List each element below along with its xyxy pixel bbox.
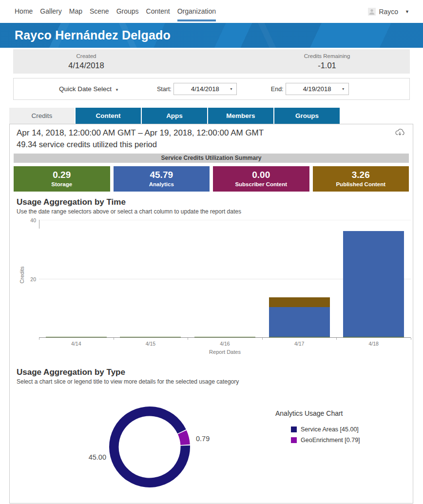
x-tick	[188, 338, 188, 340]
tab-members[interactable]: Members	[208, 108, 273, 124]
summary-box-subscriber-content[interactable]: 0.00 Subscriber Content	[213, 166, 309, 192]
storage-label: Storage	[14, 181, 110, 187]
user-name: Rayco	[379, 8, 398, 16]
nav-links: Home Gallery Map Scene Groups Content Or…	[15, 0, 216, 23]
x-label-4-15: 4/15	[114, 341, 188, 347]
nav-item-content[interactable]: Content	[146, 0, 170, 23]
type-section-subtitle: Select a chart slice or legend title to …	[17, 378, 413, 385]
donut-slice-geoenrichment[interactable]	[178, 430, 190, 445]
usage-by-type-chart: 45.00 0.79 Analytics Usage Chart Service…	[10, 386, 413, 504]
nav-item-groups[interactable]: Groups	[116, 0, 139, 23]
end-date-label: End:	[271, 86, 284, 93]
bar-chart-plot: 40 20 Credits	[39, 220, 411, 338]
legend-title: Analytics Usage Chart	[275, 409, 360, 417]
bar-column-4/15[interactable]	[114, 220, 188, 337]
credit-summary-boxes: 0.29 Storage 45.79 Analytics 0.00 Subscr…	[14, 166, 409, 192]
org-banner: Rayco Hernández Delgado	[0, 23, 423, 48]
summary-box-analytics[interactable]: 45.79 Analytics	[114, 166, 210, 192]
legend-item-geoenrichment[interactable]: GeoEnrichment [0.79]	[291, 437, 360, 444]
legend-item-service-areas[interactable]: Service Areas [45.00]	[291, 426, 360, 433]
report-tabs: Credits Content Apps Members Groups	[9, 108, 413, 124]
chevron-down-icon: ▼	[230, 87, 233, 91]
summary-box-published-content[interactable]: 3.26 Published Content	[313, 166, 409, 192]
start-date-select[interactable]: 4/14/2018 ▼	[173, 83, 237, 95]
top-nav: Home Gallery Map Scene Groups Content Or…	[0, 0, 423, 23]
y-tick-label-20: 20	[24, 276, 36, 282]
nav-item-gallery[interactable]: Gallery	[40, 0, 61, 23]
analytics-label: Analytics	[114, 181, 210, 187]
time-section-subtitle: Use the date range selectors above or se…	[17, 208, 413, 215]
storage-value: 0.29	[14, 170, 110, 180]
bar-segment-storage[interactable]	[269, 337, 330, 337]
x-axis-labels: 4/14 4/15 4/16 4/17 4/18	[39, 341, 411, 348]
report-date-range: Apr 14, 2018, 12:00:00 AM GMT – Apr 19, …	[17, 127, 406, 138]
chevron-down-icon: ▼	[115, 88, 119, 92]
x-tick	[114, 338, 114, 340]
donut-slice-service-areas[interactable]	[109, 407, 190, 487]
bar-segment-storage[interactable]	[46, 337, 107, 337]
bar-column-4/14[interactable]	[39, 220, 114, 337]
x-label-4-18: 4/18	[336, 341, 411, 347]
report-header: Apr 14, 2018, 12:00:00 AM GMT – Apr 19, …	[10, 124, 413, 150]
chevron-down-icon: ▼	[342, 87, 345, 91]
chevron-down-icon: ▼	[405, 9, 409, 14]
subscriber-content-value: 0.00	[213, 170, 309, 180]
org-title: Rayco Hernández Delgado	[15, 28, 423, 42]
cloud-download-icon[interactable]	[395, 128, 405, 139]
credits-remaining-info: Credits Remaining -1.01	[259, 53, 395, 70]
x-tick	[336, 338, 337, 340]
published-content-label: Published Content	[313, 181, 409, 187]
tab-credits[interactable]: Credits	[9, 108, 75, 124]
tab-groups[interactable]: Groups	[274, 108, 340, 124]
donut-chart	[109, 407, 190, 487]
created-value: 4/14/2018	[13, 61, 159, 70]
donut-legend: Analytics Usage Chart Service Areas [45.…	[275, 409, 360, 447]
bar-segment-analytics[interactable]	[269, 307, 330, 337]
x-label-4-17: 4/17	[262, 341, 337, 347]
nav-item-scene[interactable]: Scene	[90, 0, 109, 23]
x-axis-ticks	[39, 338, 411, 340]
report-usage-summary: 49.34 service credits utilized this peri…	[17, 138, 406, 150]
bar-segment-published-content[interactable]	[269, 297, 330, 307]
start-date-label: Start:	[157, 86, 172, 93]
legend-text: Service Areas [45.00]	[301, 426, 359, 433]
tab-apps[interactable]: Apps	[142, 108, 207, 124]
user-avatar-icon	[368, 8, 376, 16]
date-select-bar: Quick Date Select▼ Start: 4/14/2018 ▼ En…	[13, 78, 410, 100]
bar-column-4/17[interactable]	[262, 220, 337, 337]
nav-item-map[interactable]: Map	[69, 0, 82, 23]
bar-columns	[39, 220, 411, 337]
y-axis-title: Credits	[19, 266, 25, 283]
x-tick	[39, 338, 39, 340]
user-menu[interactable]: Rayco ▼	[368, 8, 409, 16]
geoenrichment-swatch-icon	[291, 437, 297, 443]
created-info: Created 4/14/2018	[13, 53, 159, 70]
end-date-select[interactable]: 4/19/2018 ▼	[286, 83, 349, 95]
bar-segment-storage[interactable]	[194, 337, 255, 337]
nav-item-organization[interactable]: Organization	[177, 0, 216, 23]
donut-label-service-areas: 45.00	[67, 453, 106, 461]
analytics-value: 45.79	[114, 170, 210, 180]
credits-remaining-label: Credits Remaining	[259, 53, 395, 59]
time-section-title: Usage Aggregation by Time	[17, 197, 413, 207]
org-info-bar: Created 4/14/2018 Credits Remaining -1.0…	[13, 49, 410, 74]
tab-content[interactable]: Content	[76, 108, 141, 124]
usage-by-time-chart: 40 20 Credits 4/14 4/15 4/16 4/17 4/18 R…	[39, 220, 411, 355]
nav-item-home[interactable]: Home	[15, 0, 33, 23]
bar-segment-storage[interactable]	[120, 337, 181, 337]
subscriber-content-label: Subscriber Content	[213, 181, 309, 187]
service-areas-swatch-icon	[291, 426, 297, 432]
donut-label-geoenrichment: 0.79	[196, 435, 210, 443]
x-label-4-16: 4/16	[188, 341, 262, 347]
legend-text: GeoEnrichment [0.79]	[301, 437, 360, 444]
credits-remaining-value: -1.01	[259, 61, 395, 70]
summary-box-storage[interactable]: 0.29 Storage	[14, 166, 110, 192]
bar-column-4/18[interactable]	[336, 220, 411, 337]
published-content-value: 3.26	[313, 170, 409, 180]
bar-column-4/16[interactable]	[188, 220, 262, 337]
x-label-4-14: 4/14	[39, 341, 114, 347]
credits-report-panel: Apr 14, 2018, 12:00:00 AM GMT – Apr 19, …	[9, 124, 413, 504]
quick-date-select-dropdown[interactable]: Quick Date Select▼	[59, 85, 119, 93]
bar-segment-storage[interactable]	[343, 337, 404, 338]
bar-segment-analytics[interactable]	[343, 231, 404, 336]
